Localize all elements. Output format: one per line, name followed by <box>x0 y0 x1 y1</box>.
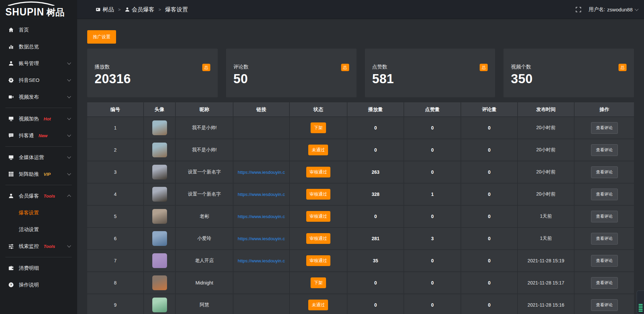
view-comments-button[interactable]: 查看评论 <box>591 233 618 245</box>
logo-text-cn: 树品 <box>47 8 65 17</box>
user-menu[interactable]: 用户名: zswodun88 <box>589 6 638 13</box>
sidebar-item-6[interactable]: 视频加热Hot <box>0 110 77 127</box>
cell-plays: 35 <box>347 250 404 271</box>
status-badge[interactable]: 未通过 <box>308 300 328 310</box>
chevron-down-icon <box>67 133 71 137</box>
cell-action: 查看评论 <box>575 161 634 183</box>
breadcrumb-item[interactable]: 树品 <box>96 6 114 13</box>
video-link[interactable]: https://www.iesdouyin.c <box>236 170 286 175</box>
sidebar-item-8[interactable]: 全媒体运营 <box>0 149 77 166</box>
column-header-播放量: 播放量 <box>347 102 404 116</box>
view-comments-button[interactable]: 查看评论 <box>591 211 618 222</box>
column-header-操作: 操作 <box>575 102 634 116</box>
sidebar-item-10[interactable]: 会员爆客Tools <box>0 188 77 204</box>
status-badge[interactable]: 审核通过 <box>306 233 330 244</box>
cell-nickname: 我不是小帅! <box>176 117 233 139</box>
sidebar-subitem-爆客设置[interactable]: 爆客设置 <box>0 204 77 221</box>
sidebar-item-11[interactable]: 线索监控Tools <box>0 238 77 255</box>
breadcrumb-item[interactable]: 会员爆客 <box>125 6 155 13</box>
status-badge[interactable]: 未通过 <box>308 145 328 155</box>
view-comments-button[interactable]: 查看评论 <box>591 255 618 267</box>
cell-likes: 0 <box>404 250 461 271</box>
home-icon <box>8 27 14 33</box>
topbar: 树品>会员爆客>爆客设置 用户名: zswodun88 <box>77 0 644 19</box>
logo-arc <box>6 1 56 6</box>
stat-label: 播放数 <box>95 64 110 70</box>
widget-bar <box>639 311 643 312</box>
table-row: 6小爱玲https://www.iesdouyin.c审核通过281301天前查… <box>87 228 634 249</box>
column-header-编号: 编号 <box>87 102 143 116</box>
cell-plays: 0 <box>347 294 404 314</box>
sidebar-item-3[interactable]: 账号管理 <box>0 55 77 72</box>
user-icon <box>8 61 14 66</box>
status-badge[interactable]: 审核通过 <box>306 211 330 222</box>
question-icon: ? <box>8 282 14 287</box>
table-header-row: 编号头像昵称链接状态播放量点赞量评论量发布时间操作 <box>87 102 634 116</box>
status-badge[interactable]: 下架 <box>311 277 326 288</box>
stat-card-视频个数: 视频个数总350 <box>503 49 634 97</box>
sidebar-nav: 首页数据总览账号管理抖音SEO视频发布视频加热Hot抖客通New全媒体运营矩阵助… <box>0 19 77 293</box>
column-header-头像: 头像 <box>144 102 175 116</box>
view-comments-button[interactable]: 查看评论 <box>591 122 618 134</box>
sidebar-item-1[interactable]: 首页 <box>0 21 77 38</box>
avatar <box>152 143 167 157</box>
cell-time: 1天前 <box>518 228 574 249</box>
status-badge[interactable]: 审核通过 <box>306 189 330 200</box>
cell-id: 1 <box>87 117 143 139</box>
total-badge: 总 <box>202 64 210 71</box>
view-comments-button[interactable]: 查看评论 <box>591 166 618 178</box>
avatar <box>152 231 167 246</box>
table-row: 8Midnight下架0002021-11-28 15:17查看评论 <box>87 272 634 294</box>
cell-id: 2 <box>87 139 143 161</box>
breadcrumb-item[interactable]: 爆客设置 <box>165 6 188 13</box>
breadcrumb-separator: > <box>159 7 161 12</box>
sidebar: SHUPIN 树品 首页数据总览账号管理抖音SEO视频发布视频加热Hot抖客通N… <box>0 0 77 314</box>
video-link[interactable]: https://www.iesdouyin.c <box>236 192 286 197</box>
sidebar-item-12[interactable]: 消费明细 <box>0 260 77 276</box>
breadcrumb-separator: > <box>118 7 121 12</box>
stat-label: 视频个数 <box>511 64 531 70</box>
sidebar-item-7[interactable]: 抖客通New <box>0 127 77 144</box>
video-link[interactable]: https://www.iesdouyin.c <box>236 258 286 263</box>
cell-avatar <box>144 184 175 205</box>
cell-plays: 0 <box>347 139 404 161</box>
wallet-icon <box>8 265 14 271</box>
sidebar-item-9[interactable]: 矩阵助推VIP <box>0 166 77 182</box>
cell-avatar <box>144 272 175 294</box>
cell-comments: 0 <box>461 228 517 249</box>
cell-nickname: 设置一个新名字 <box>176 184 233 205</box>
floating-widget[interactable] <box>637 291 644 314</box>
chevron-down-icon <box>67 244 71 247</box>
status-badge[interactable]: 审核通过 <box>306 167 330 177</box>
cell-time: 1天前 <box>518 206 574 227</box>
sidebar-subitem-活动设置[interactable]: 活动设置 <box>0 221 77 238</box>
cell-action: 查看评论 <box>575 272 634 294</box>
cell-avatar <box>144 139 175 161</box>
video-link[interactable]: https://www.iesdouyin.c <box>236 214 286 219</box>
cell-comments: 0 <box>461 139 517 161</box>
sidebar-item-13[interactable]: ?操作说明 <box>0 276 77 293</box>
chat-icon <box>8 133 14 138</box>
cell-plays: 0 <box>347 206 404 227</box>
sidebar-item-2[interactable]: 数据总览 <box>0 38 77 55</box>
cell-avatar <box>144 294 175 314</box>
promo-settings-button[interactable]: 推广设置 <box>87 30 116 44</box>
view-comments-button[interactable]: 查看评论 <box>591 299 618 311</box>
avatar <box>152 253 167 268</box>
status-badge[interactable]: 审核通过 <box>306 255 330 266</box>
cell-time: 2021-11-28 15:16 <box>518 294 574 314</box>
widget-bar <box>639 307 643 308</box>
cell-nickname: 我不是小帅! <box>176 139 233 161</box>
fullscreen-icon[interactable] <box>576 7 581 12</box>
stat-value: 50 <box>233 72 349 86</box>
view-comments-button[interactable]: 查看评论 <box>591 277 618 289</box>
avatar <box>152 165 167 179</box>
stat-label: 评论数 <box>233 64 249 70</box>
sidebar-item-4[interactable]: 抖音SEO <box>0 72 77 89</box>
view-comments-button[interactable]: 查看评论 <box>591 144 618 156</box>
sidebar-item-5[interactable]: 视频发布 <box>0 89 77 105</box>
view-comments-button[interactable]: 查看评论 <box>591 189 618 200</box>
status-badge[interactable]: 下架 <box>311 122 326 133</box>
video-link[interactable]: https://www.iesdouyin.c <box>236 236 286 241</box>
cell-status: 审核通过 <box>290 250 347 271</box>
